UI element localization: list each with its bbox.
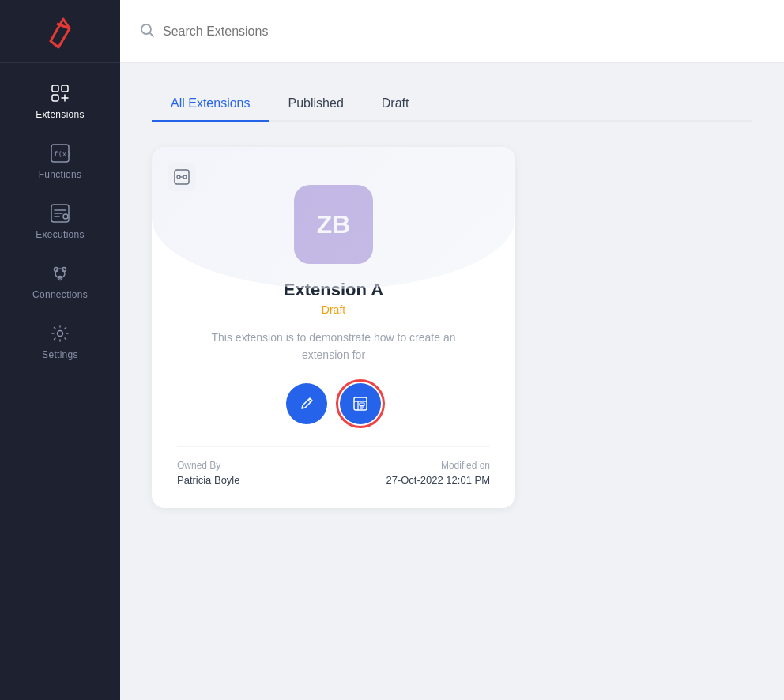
svg-text:f(x): f(x) xyxy=(54,150,70,158)
executions-icon xyxy=(49,202,71,224)
main-content: All Extensions Published Draft xyxy=(120,0,784,700)
cards-grid: ZB Extension A Draft This extension is t… xyxy=(152,147,752,508)
tab-published[interactable]: Published xyxy=(270,88,363,122)
sidebar-item-connections[interactable]: Connections xyxy=(0,250,120,310)
card-meta: Owned By Patricia Boyle Modified on 27-O… xyxy=(177,446,490,486)
svg-rect-1 xyxy=(62,85,68,92)
sidebar-item-extensions[interactable]: Extensions xyxy=(0,70,120,130)
sidebar-item-functions[interactable]: f(x) Functions xyxy=(0,130,120,190)
search-icon xyxy=(139,22,155,41)
svg-line-15 xyxy=(150,32,154,36)
extension-avatar: ZB xyxy=(294,185,373,264)
functions-icon: f(x) xyxy=(49,142,71,164)
svg-rect-24 xyxy=(360,403,364,406)
settings-icon xyxy=(49,322,71,344)
svg-rect-2 xyxy=(52,95,58,101)
modified-on-label: Modified on xyxy=(386,460,490,471)
sidebar-item-functions-label: Functions xyxy=(39,169,82,180)
svg-line-20 xyxy=(308,400,311,402)
tabs-container: All Extensions Published Draft xyxy=(152,88,752,122)
extension-name: Extension A xyxy=(284,280,383,300)
svg-point-10 xyxy=(55,268,58,272)
content-area: All Extensions Published Draft xyxy=(120,63,784,700)
extension-status: Draft xyxy=(322,303,345,316)
card-top-icon xyxy=(168,163,196,191)
app-logo-icon xyxy=(41,13,79,51)
search-bar xyxy=(120,0,784,63)
extensions-icon xyxy=(49,82,71,104)
owned-by-label: Owned By xyxy=(177,460,239,471)
owned-by-value: Patricia Boyle xyxy=(177,474,239,486)
sidebar-item-settings[interactable]: Settings xyxy=(0,310,120,370)
modified-on-value: 27-Oct-2022 12:01 PM xyxy=(386,474,490,486)
edit-button[interactable] xyxy=(286,383,327,424)
extension-description: This extension is to demonstrate how to … xyxy=(207,329,460,364)
sidebar-item-executions[interactable]: Executions xyxy=(0,190,120,250)
sidebar-nav: Extensions f(x) Functions xyxy=(0,63,120,370)
sidebar-item-settings-label: Settings xyxy=(42,349,78,360)
sidebar: Extensions f(x) Functions xyxy=(0,0,120,700)
extension-avatar-initials: ZB xyxy=(317,210,351,239)
search-wrapper xyxy=(139,22,765,41)
connections-icon xyxy=(49,262,71,284)
svg-point-18 xyxy=(183,175,187,179)
sidebar-item-connections-label: Connections xyxy=(32,289,88,300)
svg-point-9 xyxy=(63,214,68,219)
tab-draft[interactable]: Draft xyxy=(363,88,428,122)
sidebar-item-executions-label: Executions xyxy=(36,229,85,240)
svg-point-11 xyxy=(62,268,66,272)
extension-card: ZB Extension A Draft This extension is t… xyxy=(152,147,515,508)
owned-by-group: Owned By Patricia Boyle xyxy=(177,460,239,486)
svg-rect-0 xyxy=(52,85,58,92)
card-actions xyxy=(286,383,381,424)
modified-on-group: Modified on 27-Oct-2022 12:01 PM xyxy=(386,460,490,486)
svg-point-17 xyxy=(177,175,180,179)
search-input[interactable] xyxy=(163,24,765,39)
tab-all-extensions[interactable]: All Extensions xyxy=(152,88,270,122)
sidebar-item-extensions-label: Extensions xyxy=(36,109,85,120)
view-button[interactable] xyxy=(340,383,381,424)
sidebar-logo xyxy=(0,0,120,63)
svg-point-13 xyxy=(58,331,63,337)
